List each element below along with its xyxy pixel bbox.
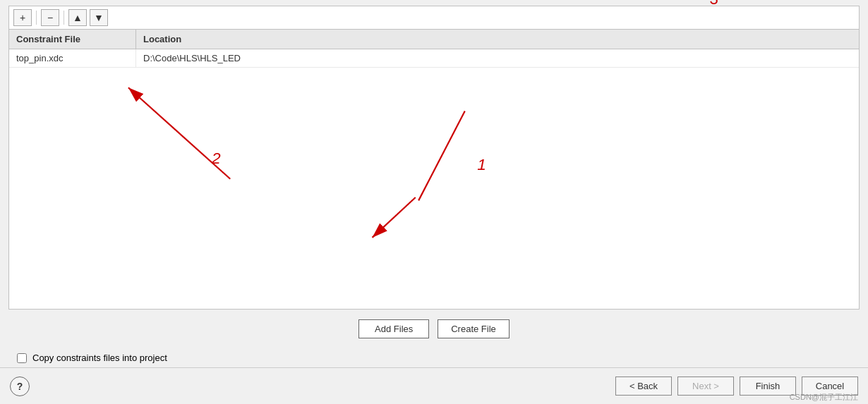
constraint-table: Constraint File Location top_pin.xdc D:\… <box>8 29 860 310</box>
next-button[interactable]: Next > <box>677 377 734 396</box>
svg-line-6 <box>418 111 465 201</box>
table-row[interactable]: top_pin.xdc D:\Code\HLS\HLS_LED <box>9 49 859 68</box>
help-button[interactable]: ? <box>10 377 30 396</box>
finish-button[interactable]: Finish <box>740 377 796 396</box>
back-button[interactable]: < Back <box>615 377 672 396</box>
separator2 <box>64 11 64 25</box>
cell-file: top_pin.xdc <box>9 49 136 67</box>
cell-location: D:\Code\HLS\HLS_LED <box>136 49 859 67</box>
table-header: Constraint File Location <box>9 30 859 49</box>
cancel-button[interactable]: Cancel <box>802 377 858 396</box>
bottom-left: ? <box>10 377 30 396</box>
table-body: top_pin.xdc D:\Code\HLS\HLS_LED <box>9 49 859 247</box>
svg-line-3 <box>128 87 230 179</box>
separator <box>36 11 37 25</box>
svg-line-5 <box>373 197 416 238</box>
move-down-button[interactable]: ▼ <box>90 9 108 26</box>
move-up-button[interactable]: ▲ <box>68 9 87 26</box>
content-area: Constraint File Location top_pin.xdc D:\… <box>8 29 860 348</box>
annotations-svg: 2 1 <box>9 49 859 247</box>
copy-constraints-label: Copy constraints files into project <box>32 353 167 363</box>
svg-text:2: 2 <box>211 149 221 167</box>
action-buttons-row: Add Files Create File <box>8 310 860 348</box>
add-files-button[interactable]: Add Files <box>358 319 429 338</box>
col-location: Location <box>136 30 859 49</box>
copy-constraints-checkbox[interactable] <box>17 353 27 363</box>
bottom-bar: ? < Back Next > Finish Cancel CSDN@混子工江江 <box>0 367 868 404</box>
col-constraint-file: Constraint File <box>9 30 136 49</box>
add-button[interactable]: + <box>13 9 32 26</box>
svg-text:1: 1 <box>477 155 486 173</box>
remove-button[interactable]: − <box>41 9 59 26</box>
create-file-button[interactable]: Create File <box>438 319 510 338</box>
copy-constraints-row: Copy constraints files into project <box>8 348 860 367</box>
bottom-right: < Back Next > Finish Cancel <box>615 377 858 396</box>
toolbar: + − ▲ ▼ <box>8 6 860 29</box>
